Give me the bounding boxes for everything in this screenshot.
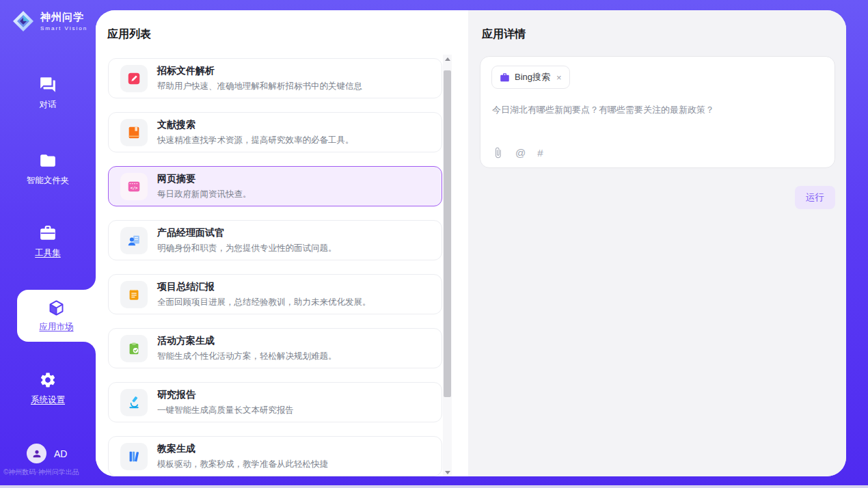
- app-item-title: 研究报告: [157, 389, 294, 401]
- sidebar-item-label: 对话: [40, 99, 57, 111]
- app-detail-panel: 应用详情 Bing搜索 × 今日湖北有哪些新闻要点？有哪些需要关注的最新政策？ …: [468, 10, 846, 476]
- copyright-footer: ©神州数码·神州问学出品: [3, 467, 79, 477]
- microscope-icon: [126, 395, 141, 410]
- icon-box: [120, 119, 148, 146]
- folder-icon: [39, 152, 57, 170]
- app-item-title: 活动方案生成: [157, 335, 337, 347]
- user-avatar-icon: [31, 448, 42, 459]
- sidebar-item-smart-folder[interactable]: 智能文件夹: [0, 152, 96, 187]
- app-item-event-plan[interactable]: 活动方案生成 智能生成个性化活动方案，轻松解决规划难题。: [108, 328, 442, 368]
- scrollbar-up-button[interactable]: [443, 55, 452, 64]
- book-icon: [126, 125, 141, 140]
- scrollbar-down-button[interactable]: [443, 468, 452, 476]
- app-item-text: 教案生成 模板驱动，教案秒成，教学准备从此轻松快捷: [157, 443, 328, 470]
- app-item-text: 招标文件解析 帮助用户快速、准确地理解和解析招标书中的关键信息: [157, 65, 362, 92]
- hash-icon[interactable]: #: [537, 147, 543, 159]
- app-item-text: 网页摘要 每日政府新闻资讯快查。: [157, 173, 252, 200]
- active-tab-curve-bottom: [83, 342, 96, 354]
- app-item-lesson-plan[interactable]: 教案生成 模板驱动，教案秒成，教学准备从此轻松快捷: [108, 436, 442, 476]
- app-item-desc: 明确身份和职责，为您提供专业性的面试问题。: [157, 243, 337, 254]
- main-content: 应用列表 招标文件解析 帮助用户快速、准确地理解和解析招标书中的关键信息: [96, 10, 846, 476]
- avatar: [27, 444, 46, 463]
- toolbox-icon: [39, 224, 57, 242]
- brand-name: 神州问学: [40, 11, 87, 24]
- app-item-text: 产品经理面试官 明确身份和职责，为您提供专业性的面试问题。: [157, 227, 337, 254]
- app-item-text: 文献搜索 快速精准查找学术资源，提高研究效率的必备工具。: [157, 119, 354, 146]
- attachment-icon[interactable]: [492, 147, 504, 159]
- sidebar-item-label: 智能文件夹: [27, 175, 70, 187]
- gear-icon: [39, 371, 57, 389]
- app-list-title: 应用列表: [107, 27, 151, 42]
- app-list-panel: 应用列表 招标文件解析 帮助用户快速、准确地理解和解析招标书中的关键信息: [96, 10, 468, 476]
- run-button[interactable]: 运行: [795, 186, 835, 209]
- chat-icon: [39, 76, 57, 94]
- sidebar-item-label: 系统设置: [31, 394, 65, 406]
- icon-box: [120, 389, 148, 416]
- app-item-desc: 一键智能生成高质量长文本研究报告: [157, 405, 294, 416]
- app-list: 招标文件解析 帮助用户快速、准确地理解和解析招标书中的关键信息 文献搜索: [108, 58, 442, 476]
- sidebar-item-label: 工具集: [35, 247, 61, 259]
- app-item-text: 项目总结汇报 全面回顾项目进展，总结经验教训，助力未来优化发展。: [157, 281, 371, 308]
- brand-logo: 神州问学 Smart Vision: [11, 9, 87, 33]
- user-name: AD: [54, 448, 67, 459]
- icon-box: [120, 65, 148, 92]
- brand-text: 神州问学 Smart Vision: [40, 11, 87, 31]
- tool-chip-label: Bing搜索: [515, 71, 550, 83]
- sidebar-item-chat[interactable]: 对话: [0, 76, 96, 111]
- mention-icon[interactable]: @: [515, 147, 526, 159]
- app-item-desc: 全面回顾项目进展，总结经验教训，助力未来优化发展。: [157, 297, 371, 308]
- edit-document-icon: [126, 71, 141, 86]
- interviewer-icon: [126, 233, 141, 248]
- app-item-desc: 模板驱动，教案秒成，教学准备从此轻松快捷: [157, 459, 328, 470]
- app-item-title: 招标文件解析: [157, 65, 362, 77]
- user-account[interactable]: AD: [27, 444, 67, 463]
- sidebar-item-label: 应用市场: [40, 321, 74, 333]
- active-tab-curve-top: [83, 277, 96, 290]
- brand-tagline: Smart Vision: [40, 25, 87, 31]
- web-page-icon: </>: [126, 179, 141, 194]
- briefcase-icon: [500, 72, 510, 83]
- bottom-edge-strip: [0, 485, 868, 488]
- icon-box: [120, 227, 148, 254]
- query-composer[interactable]: Bing搜索 × 今日湖北有哪些新闻要点？有哪些需要关注的最新政策？ @ #: [480, 56, 835, 168]
- app-item-desc: 帮助用户快速、准确地理解和解析招标书中的关键信息: [157, 81, 362, 92]
- app-item-title: 教案生成: [157, 443, 328, 455]
- app-item-web-summary[interactable]: </> 网页摘要 每日政府新闻资讯快查。: [108, 166, 442, 206]
- close-icon[interactable]: ×: [556, 72, 562, 83]
- notepad-icon: [126, 287, 141, 302]
- icon-box: [120, 281, 148, 308]
- app-item-text: 研究报告 一键智能生成高质量长文本研究报告: [157, 389, 294, 416]
- app-item-desc: 快速精准查找学术资源，提高研究效率的必备工具。: [157, 135, 354, 146]
- sidebar: 神州问学 Smart Vision 对话 智能文件夹 工具集: [0, 0, 96, 488]
- app-item-title: 网页摘要: [157, 173, 252, 185]
- icon-box: [120, 335, 148, 362]
- arrow-down-icon: [445, 471, 450, 474]
- app-item-tender-parse[interactable]: 招标文件解析 帮助用户快速、准确地理解和解析招标书中的关键信息: [108, 58, 442, 98]
- sidebar-item-settings[interactable]: 系统设置: [0, 371, 96, 406]
- app-item-title: 文献搜索: [157, 119, 354, 131]
- app-item-desc: 智能生成个性化活动方案，轻松解决规划难题。: [157, 351, 337, 362]
- app-item-literature-search[interactable]: 文献搜索 快速精准查找学术资源，提高研究效率的必备工具。: [108, 112, 442, 152]
- scrollbar-thumb[interactable]: [444, 70, 451, 397]
- app-list-scrollbar[interactable]: [443, 55, 452, 476]
- svg-text:</>: </>: [131, 185, 138, 190]
- app-item-desc: 每日政府新闻资讯快查。: [157, 189, 252, 200]
- app-item-project-summary[interactable]: 项目总结汇报 全面回顾项目进展，总结经验教训，助力未来优化发展。: [108, 274, 442, 314]
- sidebar-item-toolset[interactable]: 工具集: [0, 224, 96, 259]
- cube-icon: [47, 299, 66, 317]
- app-window: 神州问学 Smart Vision 对话 智能文件夹 工具集: [0, 0, 868, 488]
- sidebar-item-app-market[interactable]: 应用市场: [17, 290, 96, 342]
- composer-toolbar: @ #: [492, 147, 543, 159]
- brand-logo-icon: [11, 9, 36, 33]
- app-item-title: 项目总结汇报: [157, 281, 371, 293]
- app-item-title: 产品经理面试官: [157, 227, 337, 239]
- clipboard-check-icon: [126, 341, 141, 356]
- app-item-research-report[interactable]: 研究报告 一键智能生成高质量长文本研究报告: [108, 382, 442, 422]
- app-detail-title: 应用详情: [482, 27, 526, 42]
- app-item-pm-interviewer[interactable]: 产品经理面试官 明确身份和职责，为您提供专业性的面试问题。: [108, 220, 442, 260]
- tool-chip-bing-search[interactable]: Bing搜索 ×: [491, 66, 570, 89]
- app-item-text: 活动方案生成 智能生成个性化活动方案，轻松解决规划难题。: [157, 335, 337, 362]
- books-icon: [126, 449, 141, 464]
- query-text[interactable]: 今日湖北有哪些新闻要点？有哪些需要关注的最新政策？: [492, 104, 820, 116]
- arrow-up-icon: [445, 57, 450, 61]
